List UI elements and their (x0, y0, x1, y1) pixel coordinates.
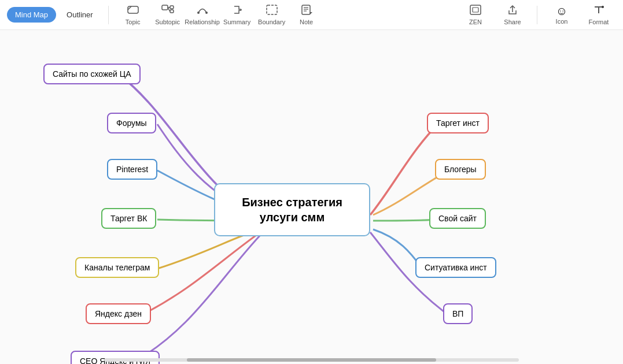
subtopic-label: Subtopic (155, 18, 180, 25)
relationship-icon (196, 4, 209, 17)
tool-note[interactable]: Note (289, 2, 324, 28)
svg-rect-10 (267, 5, 277, 14)
svg-point-20 (602, 6, 604, 8)
node-pinterest[interactable]: Pinterest (107, 159, 157, 180)
tool-group: Topic Subtopic Relationship Summary (116, 2, 324, 28)
svg-rect-6 (170, 10, 174, 13)
summary-icon (231, 4, 244, 17)
mind-map-canvas[interactable]: Бизнес стратегия улсуги смм Сайты по схо… (0, 30, 623, 364)
separator2 (537, 6, 537, 24)
node-svoisait[interactable]: Свой сайт (429, 208, 486, 229)
note-icon (300, 4, 313, 17)
zen-icon (469, 4, 482, 17)
format-label: Format (589, 18, 609, 25)
tool-relationship[interactable]: Relationship (185, 2, 220, 28)
node-forumy[interactable]: Форумы (107, 113, 156, 133)
svg-rect-2 (162, 5, 168, 10)
tab-outliner[interactable]: Outliner (58, 7, 101, 23)
subtopic-icon (161, 4, 174, 17)
node-yandex-dzen[interactable]: Яндекс дзен (86, 303, 151, 324)
tool-topic[interactable]: Topic (116, 2, 150, 28)
topic-icon (127, 4, 139, 17)
center-node[interactable]: Бизнес стратегия улсуги смм (214, 183, 370, 236)
tool-subtopic[interactable]: Subtopic (150, 2, 185, 28)
svg-rect-4 (170, 6, 174, 9)
topic-label: Topic (126, 18, 141, 25)
node-saity[interactable]: Сайты по схожей ЦА (43, 64, 141, 84)
tool-format[interactable]: Format (581, 2, 616, 28)
tool-icon[interactable]: ☺ Icon (544, 3, 579, 27)
icon-label: Icon (556, 18, 568, 25)
horizontal-scrollbar[interactable] (104, 358, 519, 362)
node-seo[interactable]: СЕО Яндекс и гугл (71, 351, 160, 364)
share-icon (506, 4, 519, 17)
separator (108, 6, 109, 24)
svg-rect-15 (470, 5, 481, 14)
boundary-icon (266, 4, 278, 17)
toolbar-right: ZEN Share ☺ Icon Format (458, 2, 616, 28)
svg-rect-0 (128, 6, 138, 13)
tool-boundary[interactable]: Boundary (255, 2, 289, 28)
node-targetinst[interactable]: Таргет инст (427, 113, 489, 133)
node-vp[interactable]: ВП (443, 303, 473, 324)
svg-rect-11 (302, 5, 310, 14)
svg-point-7 (197, 12, 200, 14)
tool-summary[interactable]: Summary (220, 2, 255, 28)
tool-share[interactable]: Share (495, 2, 530, 28)
summary-label: Summary (223, 18, 250, 25)
svg-point-8 (205, 12, 208, 14)
relationship-label: Relationship (185, 18, 220, 25)
svg-rect-16 (473, 8, 478, 12)
node-situativka[interactable]: Ситуативка инст (415, 257, 496, 278)
tab-mindmap[interactable]: Mind Map (7, 7, 56, 23)
node-blogery[interactable]: Блогеры (435, 159, 486, 180)
zen-label: ZEN (469, 18, 482, 25)
toolbar: Mind Map Outliner Topic Subtopic Relatio… (0, 0, 623, 30)
share-label: Share (504, 18, 521, 25)
note-label: Note (300, 18, 313, 25)
format-icon (592, 4, 605, 17)
tool-zen[interactable]: ZEN (458, 2, 493, 28)
icon-icon: ☺ (556, 5, 567, 17)
node-targetvk[interactable]: Таргет ВК (101, 208, 156, 229)
node-kanaly[interactable]: Каналы телеграм (75, 257, 159, 278)
boundary-label: Boundary (258, 18, 285, 25)
